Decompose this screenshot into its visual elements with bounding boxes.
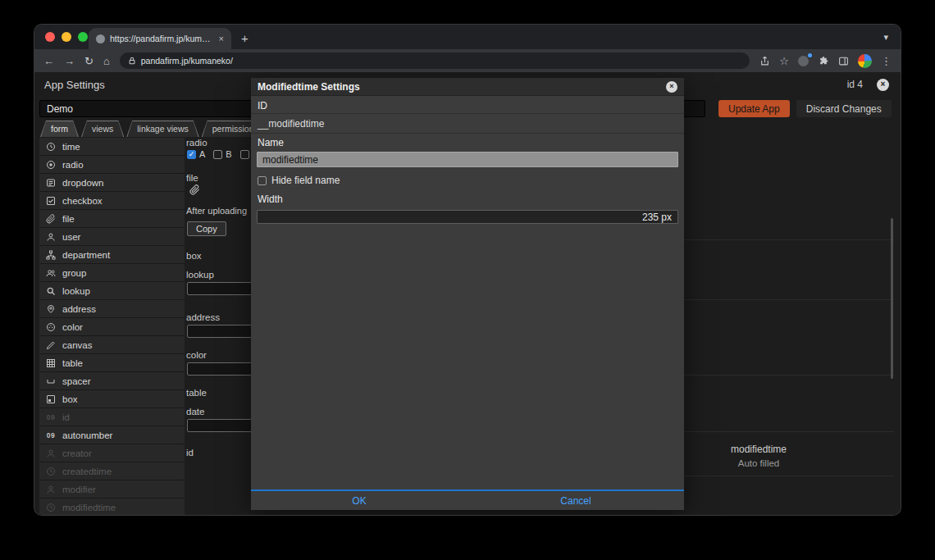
ok-button[interactable]: OK	[352, 495, 366, 507]
id-label: ID	[258, 100, 267, 112]
extension-icon[interactable]	[798, 55, 810, 66]
after-uploading-text: After uploading	[186, 206, 247, 216]
option-label: B	[226, 149, 231, 159]
share-icon[interactable]	[759, 56, 770, 66]
hide-field-name-label: Hide field name	[271, 175, 340, 186]
menu-kebab-icon[interactable]: ⋮	[881, 56, 892, 66]
tab-form[interactable]: form	[40, 121, 79, 137]
radio-option-A[interactable]: ✓A	[187, 149, 205, 159]
name-input[interactable]	[257, 152, 678, 167]
lookup-field-label: lookup	[186, 270, 214, 280]
tab-linkage-views[interactable]: linkage views	[126, 121, 198, 137]
browser-toolbar: ← → ↻ ⌂ pandafirm.jp/kumaneko/ ☆ ⋮	[34, 49, 901, 72]
home-button[interactable]: ⌂	[103, 56, 110, 66]
file-field-label: file	[186, 173, 198, 183]
close-window-button[interactable]	[45, 32, 55, 42]
toolbar-actions: ☆ ⋮	[759, 54, 892, 68]
cancel-button[interactable]: Cancel	[560, 495, 591, 507]
box-field-label: box	[186, 251, 202, 261]
side-panel-icon[interactable]	[838, 56, 849, 66]
lookup-field-input[interactable]	[187, 282, 258, 295]
app-settings-page: App Settings id 4 × Update App Discard C…	[34, 72, 901, 515]
lock-icon	[128, 57, 136, 65]
date-field-label: date	[186, 407, 204, 417]
radio-option-B[interactable]: B	[213, 149, 231, 159]
reload-button[interactable]: ↻	[84, 56, 94, 66]
option-label: A	[199, 149, 205, 159]
divider	[251, 133, 684, 134]
back-button[interactable]: ←	[43, 56, 54, 66]
date-field-input[interactable]	[187, 419, 258, 432]
browser-window: https://pandafirm.jp/kumaneko × + ▾ ← → …	[34, 25, 901, 515]
hide-field-name-checkbox[interactable]: Hide field name	[258, 175, 340, 186]
settings-tabs: formviewslinkage viewspermissions	[40, 121, 269, 137]
paperclip-icon	[189, 184, 200, 195]
profile-avatar[interactable]	[858, 54, 872, 68]
address-bar[interactable]: pandafirm.jp/kumaneko/	[120, 52, 750, 69]
modifiedtime-settings-dialog: Modifiedtime Settings × ID __modifiedtim…	[251, 78, 684, 510]
tab-label: linkage views	[126, 121, 198, 137]
color-field-label: color	[186, 350, 207, 360]
checkbox-icon[interactable]	[240, 150, 249, 159]
url-text: pandafirm.jp/kumaneko/	[141, 56, 233, 66]
zoom-window-button[interactable]	[78, 32, 88, 42]
radio-options: ✓ABC	[187, 149, 259, 159]
tab-favicon-icon	[96, 34, 105, 43]
extensions-puzzle-icon[interactable]	[819, 56, 829, 66]
dialog-title-bar: Modifiedtime Settings ×	[251, 78, 684, 96]
dialog-body: ID __modifiedtime Name Hide field name W…	[251, 96, 684, 489]
id-value: __modifiedtime	[258, 118, 324, 130]
extension-circle-icon	[798, 56, 809, 66]
forward-button[interactable]: →	[64, 56, 75, 66]
address-field-label: address	[186, 312, 220, 322]
dialog-footer: OK Cancel	[251, 489, 684, 510]
width-input[interactable]	[257, 210, 678, 224]
tab-search-chevron-icon[interactable]: ▾	[883, 32, 888, 43]
table-field-label: table	[186, 388, 207, 398]
width-label: Width	[258, 193, 283, 205]
tab-close-icon[interactable]: ×	[219, 34, 224, 43]
checkbox-icon[interactable]	[258, 176, 267, 185]
tab-label: views	[81, 121, 124, 137]
color-field-input[interactable]	[187, 362, 258, 376]
radio-field-label: radio	[186, 138, 208, 148]
new-tab-button[interactable]: +	[241, 32, 249, 44]
browser-tab[interactable]: https://pandafirm.jp/kumaneko ×	[89, 28, 231, 49]
preview-field-name: modifiedtime	[693, 443, 824, 457]
name-label: Name	[258, 137, 284, 148]
tab-views[interactable]: views	[81, 121, 124, 137]
preview-hint: Auto filled	[693, 457, 824, 471]
browser-tab-strip: https://pandafirm.jp/kumaneko × + ▾	[34, 25, 901, 49]
tab-title: https://pandafirm.jp/kumaneko	[110, 34, 214, 43]
minimize-window-button[interactable]	[62, 32, 71, 42]
tab-label: form	[40, 121, 79, 137]
divider	[251, 113, 684, 114]
address-field-input[interactable]	[187, 325, 258, 338]
checkbox-icon[interactable]	[213, 150, 222, 159]
id-field-label: id	[186, 448, 194, 458]
notification-dot	[808, 53, 812, 57]
bookmark-star-icon[interactable]: ☆	[779, 56, 789, 66]
dialog-title: Modifiedtime Settings	[258, 81, 360, 93]
scrollbar-thumb[interactable]	[891, 218, 893, 379]
dialog-close-icon[interactable]: ×	[666, 81, 677, 93]
modifiedtime-field-preview[interactable]: modifiedtime Auto filled	[693, 443, 824, 471]
window-controls	[45, 32, 88, 42]
copy-button[interactable]: Copy	[187, 221, 226, 236]
checkbox-icon[interactable]: ✓	[187, 150, 196, 159]
